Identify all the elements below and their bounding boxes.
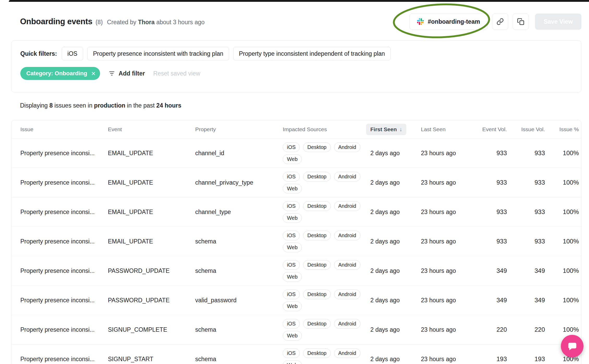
sources-cell: iOSDesktopAndroidWeb bbox=[283, 348, 370, 364]
issue-pct-cell: 100% bbox=[545, 208, 579, 216]
copy-link-button[interactable] bbox=[492, 14, 508, 30]
page-title: Onboarding events bbox=[20, 17, 92, 26]
last-seen-cell: 23 hours ago bbox=[421, 326, 473, 333]
column-header-issue-vol[interactable]: Issue Vol. bbox=[507, 126, 545, 133]
source-badge: Desktop bbox=[303, 260, 330, 270]
reset-saved-view-button[interactable]: Reset saved view bbox=[153, 70, 200, 77]
column-header-event-vol[interactable]: Event Vol. bbox=[473, 126, 507, 133]
issue-cell: Property presence inconsi... bbox=[20, 179, 108, 186]
source-badge: Desktop bbox=[303, 201, 330, 211]
link-icon bbox=[496, 18, 504, 25]
table-row[interactable]: Property presence inconsi...PASSWORD_UPD… bbox=[11, 256, 581, 286]
issue-cell: Property presence inconsi... bbox=[20, 238, 108, 245]
window-top-strip bbox=[9, 0, 589, 2]
source-badge: Web bbox=[283, 302, 302, 311]
category-filter-label: Category: Onboarding bbox=[26, 70, 87, 77]
summary-text: issues seen in bbox=[54, 102, 93, 109]
title-group: Onboarding events (8) Created by Thora a… bbox=[20, 17, 205, 26]
remove-filter-icon[interactable]: ✕ bbox=[91, 71, 96, 76]
column-header-impacted-sources[interactable]: Impacted Sources bbox=[283, 126, 370, 133]
quick-filters-row: Quick filters: iOS Property presence inc… bbox=[20, 47, 572, 60]
table-row[interactable]: Property presence inconsi...EMAIL_UPDATE… bbox=[11, 197, 581, 227]
table-row[interactable]: Property presence inconsi...EMAIL_UPDATE… bbox=[11, 168, 581, 197]
created-by-prefix: Created by bbox=[107, 19, 137, 26]
sort-first-seen-button[interactable]: First Seen ↓ bbox=[366, 124, 406, 135]
source-badge: Desktop bbox=[303, 348, 330, 358]
first-seen-cell: 2 days ago bbox=[370, 326, 421, 333]
source-badge: iOS bbox=[283, 319, 300, 329]
event-cell: EMAIL_UPDATE bbox=[108, 209, 195, 216]
table-row[interactable]: Property presence inconsi...EMAIL_UPDATE… bbox=[11, 139, 581, 168]
event-vol-cell: 193 bbox=[473, 355, 507, 363]
event-vol-cell: 933 bbox=[473, 149, 507, 157]
issue-vol-cell: 349 bbox=[507, 267, 545, 274]
column-header-first-seen: First Seen ↓ bbox=[370, 124, 421, 135]
issue-cell: Property presence inconsi... bbox=[20, 356, 108, 363]
page: { "colors": { "accent_teal": "#47CBA4", … bbox=[0, 0, 589, 364]
table-row[interactable]: Property presence inconsi...SIGNUP_START… bbox=[11, 344, 581, 364]
event-vol-cell: 933 bbox=[473, 238, 507, 245]
quick-filter-ios[interactable]: iOS bbox=[62, 47, 83, 60]
save-view-button[interactable]: Save View bbox=[535, 14, 581, 30]
summary-environment: production bbox=[94, 102, 125, 109]
issue-cell: Property presence inconsi... bbox=[20, 326, 108, 333]
sources-cell: iOSDesktopAndroidWeb bbox=[283, 260, 370, 282]
chat-launcher-button[interactable] bbox=[561, 335, 584, 357]
summary-text: Displaying bbox=[20, 102, 48, 109]
active-filters-row: Category: Onboarding ✕ Add filter Reset … bbox=[20, 67, 572, 80]
first-seen-cell: 2 days ago bbox=[370, 356, 421, 363]
last-seen-cell: 23 hours ago bbox=[421, 267, 473, 274]
source-badge: Web bbox=[283, 272, 302, 282]
source-badge: Web bbox=[283, 213, 302, 223]
quick-filter-property-presence[interactable]: Property presence inconsistent with trac… bbox=[87, 47, 229, 60]
event-cell: PASSWORD_UPDATE bbox=[108, 297, 195, 304]
issue-cell: Property presence inconsi... bbox=[20, 209, 108, 216]
first-seen-cell: 2 days ago bbox=[370, 238, 421, 245]
source-badge: Android bbox=[334, 142, 360, 152]
event-cell: EMAIL_UPDATE bbox=[108, 238, 195, 245]
table-row[interactable]: Property presence inconsi...SIGNUP_COMPL… bbox=[11, 315, 581, 344]
add-filter-button[interactable]: Add filter bbox=[108, 70, 145, 77]
category-filter-chip[interactable]: Category: Onboarding ✕ bbox=[20, 67, 100, 80]
source-badge: Web bbox=[283, 184, 302, 193]
duplicate-view-button[interactable] bbox=[513, 14, 529, 30]
source-badge: Android bbox=[334, 319, 360, 329]
summary-count: 8 bbox=[50, 102, 53, 109]
column-header-event[interactable]: Event bbox=[108, 126, 195, 133]
source-badge: Desktop bbox=[303, 142, 330, 152]
sources-cell: iOSDesktopAndroidWeb bbox=[283, 319, 370, 341]
event-vol-cell: 349 bbox=[473, 297, 507, 304]
table-row[interactable]: Property presence inconsi...PASSWORD_UPD… bbox=[11, 286, 581, 315]
results-summary: Displaying 8 issues seen in production i… bbox=[20, 102, 181, 109]
source-badge: iOS bbox=[283, 348, 300, 358]
issue-pct-cell: 100% bbox=[545, 149, 579, 157]
property-cell: channel_id bbox=[195, 150, 283, 157]
property-cell: channel_type bbox=[195, 209, 283, 216]
quick-filter-property-type[interactable]: Property type inconsistent independent o… bbox=[233, 47, 391, 60]
table-header: Issue Event Property Impacted Sources Fi… bbox=[11, 120, 581, 139]
source-badge: iOS bbox=[283, 142, 300, 152]
sources-cell: iOSDesktopAndroidWeb bbox=[283, 142, 370, 164]
first-seen-cell: 2 days ago bbox=[370, 297, 421, 304]
issue-vol-cell: 193 bbox=[507, 355, 545, 363]
event-cell: PASSWORD_UPDATE bbox=[108, 267, 195, 274]
column-header-last-seen[interactable]: Last Seen bbox=[421, 126, 473, 133]
property-cell: schema bbox=[195, 356, 283, 363]
source-badge: Web bbox=[283, 154, 302, 164]
source-badge: Android bbox=[334, 231, 360, 240]
first-seen-cell: 2 days ago bbox=[370, 209, 421, 216]
column-header-issue[interactable]: Issue bbox=[20, 126, 108, 133]
table-row[interactable]: Property presence inconsi...EMAIL_UPDATE… bbox=[11, 227, 581, 256]
table-body: Property presence inconsi...EMAIL_UPDATE… bbox=[11, 139, 581, 364]
issue-pct-cell: 100% bbox=[545, 179, 579, 186]
event-cell: EMAIL_UPDATE bbox=[108, 179, 195, 186]
column-header-property[interactable]: Property bbox=[195, 126, 283, 133]
issue-vol-cell: 933 bbox=[507, 208, 545, 216]
issue-vol-cell: 933 bbox=[507, 179, 545, 186]
source-badge: Desktop bbox=[303, 290, 330, 299]
property-cell: valid_password bbox=[195, 297, 283, 304]
column-header-issue-pct[interactable]: Issue % bbox=[545, 126, 579, 133]
slack-channel-button[interactable]: #onboarding-team bbox=[409, 14, 488, 30]
last-seen-cell: 23 hours ago bbox=[421, 238, 473, 245]
first-seen-cell: 2 days ago bbox=[370, 267, 421, 274]
